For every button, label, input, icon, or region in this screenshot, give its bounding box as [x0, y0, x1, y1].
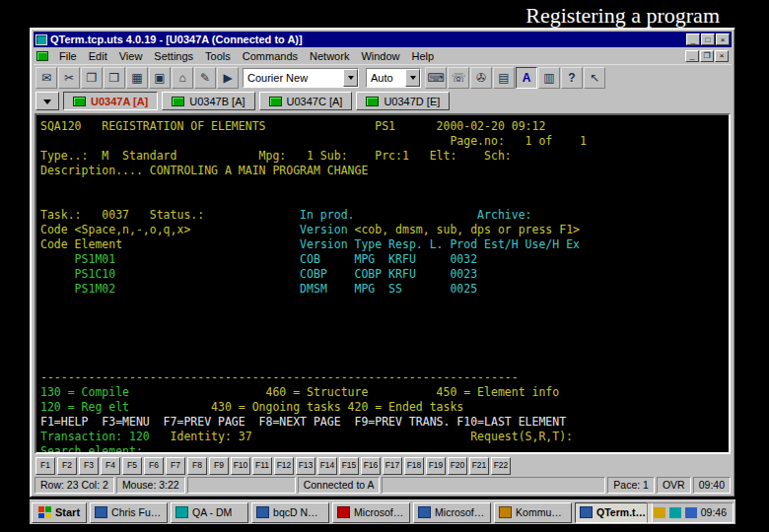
- screen-icon[interactable]: ▣: [149, 67, 171, 89]
- taskbar-button-label: Chris Furme...: [111, 506, 163, 518]
- fkey-f5[interactable]: F5: [122, 457, 142, 475]
- paste-icon[interactable]: ❒: [104, 67, 125, 89]
- taskbar-button-label: Microsoft W...: [354, 506, 405, 518]
- close-button[interactable]: ×: [716, 33, 730, 45]
- menu-settings[interactable]: Settings: [148, 49, 199, 63]
- fkey-f15[interactable]: F15: [339, 457, 359, 475]
- tray-volume-icon[interactable]: [685, 507, 697, 518]
- fkey-f19[interactable]: F19: [426, 457, 446, 475]
- minimize-button[interactable]: _: [686, 33, 700, 45]
- app-icon: [35, 34, 47, 45]
- copy-icon[interactable]: ❐: [81, 67, 103, 89]
- context-help-icon[interactable]: ↖: [584, 67, 605, 89]
- menu-network[interactable]: Network: [304, 49, 355, 63]
- mode-select-value: Auto: [371, 72, 393, 84]
- terminal-line: [40, 297, 725, 311]
- taskbar-button-bqcd-nck[interactable]: bqcD NCK...: [251, 502, 329, 523]
- menu-edit[interactable]: Edit: [83, 49, 113, 63]
- menu-file[interactable]: File: [53, 49, 83, 63]
- phone-icon[interactable]: ☏: [448, 67, 469, 89]
- font-icon[interactable]: A: [516, 67, 537, 89]
- tab-u0347a-a[interactable]: U0347A [A]: [63, 92, 158, 110]
- chart-icon[interactable]: ▥: [538, 67, 560, 89]
- menu-bar: FileEditViewSettingsToolsCommandsNetwork…: [34, 47, 732, 64]
- cut-icon[interactable]: ✂: [58, 67, 80, 89]
- terminal-line: [40, 356, 725, 370]
- taskbar-app-icon: [256, 506, 269, 518]
- mode-select[interactable]: Auto: [366, 68, 421, 88]
- menu-commands[interactable]: Commands: [237, 49, 304, 63]
- new-session-icon[interactable]: ✉: [35, 67, 57, 89]
- terminal-line: 130 = Compile 460 = Structure 450 = Elem…: [40, 385, 725, 400]
- taskbar-button-chris-furme[interactable]: Chris Furme...: [90, 502, 168, 523]
- fkey-f8[interactable]: F8: [187, 457, 207, 475]
- terminal-line: PS1C10 COBP COBP KRFU 0023: [40, 267, 725, 282]
- taskbar-button-qa-dm[interactable]: QA - DM: [171, 502, 248, 523]
- menu-window[interactable]: Window: [355, 49, 405, 63]
- menu-help[interactable]: Help: [406, 49, 441, 63]
- terminal-line: Search element:: [40, 444, 725, 454]
- tray-modem-icon[interactable]: [654, 507, 665, 518]
- taskbar-app-icon: [175, 506, 188, 518]
- fkey-f6[interactable]: F6: [144, 457, 164, 475]
- start-label: Start: [55, 506, 80, 518]
- fkey-f3[interactable]: F3: [79, 457, 99, 475]
- tab-label: U0347B [A]: [189, 96, 245, 107]
- terminal-line: PS1M01 COB MPG KRFU 0032: [40, 252, 725, 267]
- status-mouse: Mouse: 3:22: [116, 477, 185, 494]
- tab-label: U0347A [A]: [91, 96, 148, 107]
- fkey-f22[interactable]: F22: [491, 457, 511, 475]
- chevron-down-icon[interactable]: [405, 69, 420, 87]
- fkey-f2[interactable]: F2: [57, 457, 77, 475]
- fkey-f9[interactable]: F9: [209, 457, 229, 475]
- tab-u0347c-a[interactable]: U0347C [A]: [259, 92, 353, 110]
- taskbar-button-microsoft-w[interactable]: Microsoft W...: [332, 502, 410, 523]
- tab-u0347d-e[interactable]: U0347D [E]: [356, 92, 450, 110]
- run-icon[interactable]: ▶: [217, 67, 239, 89]
- terminal-line: [40, 311, 725, 326]
- help-icon[interactable]: ?: [561, 67, 583, 89]
- window-titlebar[interactable]: QTerm.tcp.uts 4.0.19 - [U0347A (Connecte…: [34, 32, 732, 47]
- fkey-f7[interactable]: F7: [166, 457, 185, 475]
- mark-icon[interactable]: ▦: [126, 67, 148, 89]
- taskbar-button-qterm-tc[interactable]: QTerm.tc...: [575, 502, 653, 523]
- edit-icon[interactable]: ✎: [194, 67, 216, 89]
- fkey-f20[interactable]: F20: [448, 457, 467, 475]
- print-icon[interactable]: ▤: [493, 67, 515, 89]
- mdi-child-icon[interactable]: [36, 51, 48, 61]
- keyboard-map-icon[interactable]: ⌨: [425, 67, 447, 89]
- chevron-down-icon[interactable]: [343, 69, 358, 87]
- start-button[interactable]: Start: [32, 502, 87, 523]
- maximize-button[interactable]: □: [701, 33, 715, 45]
- taskbar-button-microsoft-p[interactable]: Microsoft P...: [413, 502, 491, 523]
- mdi-minimize-button[interactable]: _: [685, 50, 699, 62]
- menu-view[interactable]: View: [113, 49, 149, 63]
- fkey-f12[interactable]: F12: [274, 457, 294, 475]
- font-select[interactable]: Courier New: [243, 68, 359, 88]
- host-icon[interactable]: ⌂: [172, 67, 193, 89]
- terminal-line: [40, 326, 725, 341]
- fkey-f4[interactable]: F4: [101, 457, 120, 475]
- fkey-f17[interactable]: F17: [383, 457, 402, 475]
- fkey-f18[interactable]: F18: [404, 457, 424, 475]
- fkey-f11[interactable]: F11: [252, 457, 272, 475]
- tray-network-icon[interactable]: [669, 507, 681, 518]
- mdi-close-button[interactable]: ×: [715, 50, 729, 62]
- fkey-f21[interactable]: F21: [469, 457, 489, 475]
- mdi-restore-button[interactable]: ❐: [700, 50, 714, 62]
- windows-logo-icon: [38, 506, 51, 518]
- session-dropdown-button[interactable]: [35, 92, 59, 110]
- terminal-screen-icon: [366, 97, 379, 106]
- fkey-f1[interactable]: F1: [35, 457, 55, 475]
- fkey-f10[interactable]: F10: [231, 457, 250, 475]
- tab-label: U0347D [E]: [384, 96, 440, 107]
- save-icon[interactable]: ✇: [470, 67, 492, 89]
- menu-tools[interactable]: Tools: [199, 49, 237, 63]
- fkey-f13[interactable]: F13: [296, 457, 315, 475]
- terminal-screen[interactable]: SQA120 REGISTRATION OF ELEMENTS PS1 2000…: [35, 113, 731, 454]
- terminal-screen-icon: [269, 97, 282, 106]
- fkey-f14[interactable]: F14: [317, 457, 337, 475]
- fkey-f16[interactable]: F16: [361, 457, 381, 475]
- tab-u0347b-a[interactable]: U0347B [A]: [162, 92, 254, 110]
- taskbar-button-kommunika[interactable]: Kommunika...: [494, 502, 572, 523]
